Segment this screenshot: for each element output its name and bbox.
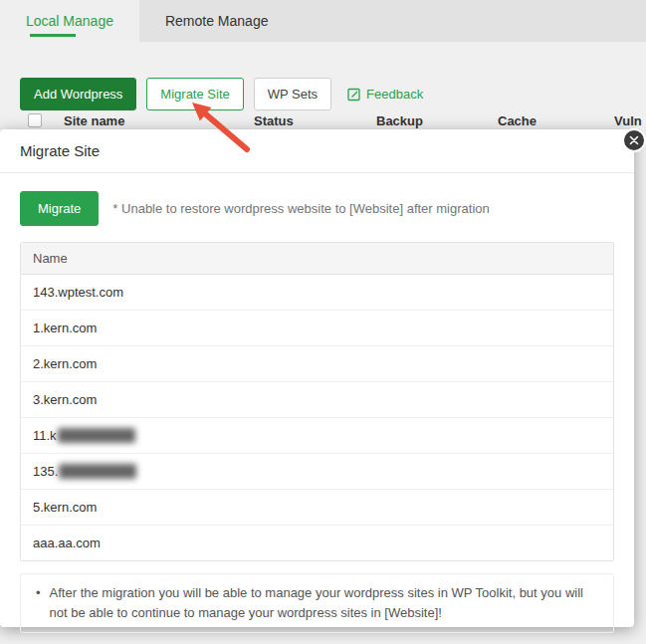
feedback-label: Feedback — [366, 87, 423, 102]
close-icon — [629, 131, 639, 149]
redacted-blur — [58, 428, 135, 443]
site-row[interactable]: 2.kern.com — [21, 346, 613, 382]
column-vuln: Vuln — [614, 113, 642, 128]
migrate-warning-text: * Unable to restore wordpress website to… — [112, 201, 489, 216]
modal-site-table-body: 143.wptest.com1.kern.com2.kern.com3.kern… — [21, 275, 613, 560]
tab-remote-manage-label: Remote Manage — [165, 13, 269, 29]
site-row[interactable]: 11.k — [21, 418, 613, 454]
site-row[interactable]: 1.kern.com — [21, 311, 613, 346]
add-wordpress-button[interactable]: Add Wordpress — [20, 78, 136, 110]
redacted-blur — [59, 464, 136, 479]
site-row[interactable]: aaa.aa.com — [21, 526, 613, 560]
migrate-site-modal: Migrate Site Migrate * Unable to restore… — [0, 129, 634, 627]
site-name: 135. — [33, 464, 58, 479]
site-row[interactable]: 143.wptest.com — [21, 275, 613, 311]
close-button[interactable] — [622, 128, 646, 152]
site-name: 5.kern.com — [33, 500, 97, 515]
tab-remote-manage[interactable]: Remote Manage — [139, 0, 295, 42]
site-row[interactable]: 135. — [21, 454, 613, 490]
column-cache: Cache — [498, 113, 537, 128]
column-status: Status — [254, 113, 294, 128]
site-row[interactable]: 3.kern.com — [21, 382, 613, 418]
site-name: 11.k — [33, 428, 57, 443]
column-backup: Backup — [376, 113, 423, 128]
site-name: 1.kern.com — [33, 321, 97, 335]
migration-note: • After the migration you will be able t… — [20, 573, 614, 633]
modal-body: Migrate * Unable to restore wordpress we… — [0, 173, 634, 644]
modal-site-table: Name 143.wptest.com1.kern.com2.kern.com3… — [20, 242, 614, 561]
migration-note-text: After the migration you will be able to … — [50, 583, 599, 623]
tab-bar: Local Manage Remote Manage — [0, 0, 646, 42]
modal-title: Migrate Site — [0, 129, 634, 173]
migrate-action-row: Migrate * Unable to restore wordpress we… — [20, 191, 614, 226]
note-bullet: • — [36, 583, 41, 623]
toolbar: Add Wordpress Migrate Site WP Sets Feedb… — [0, 42, 646, 110]
column-site-name: Site name — [64, 113, 124, 128]
modal-table-header: Name — [21, 243, 613, 275]
feedback-icon — [347, 88, 361, 102]
site-name: 143.wptest.com — [33, 285, 123, 300]
migrate-button[interactable]: Migrate — [20, 191, 99, 226]
active-tab-underline — [30, 34, 76, 37]
wp-sets-button[interactable]: WP Sets — [254, 78, 331, 110]
migrate-site-button[interactable]: Migrate Site — [146, 78, 243, 110]
select-all-checkbox[interactable] — [28, 113, 42, 127]
feedback-link[interactable]: Feedback — [347, 87, 423, 102]
tab-local-manage-label: Local Manage — [26, 13, 113, 29]
site-name: 2.kern.com — [33, 356, 97, 371]
site-name: 3.kern.com — [33, 392, 97, 407]
tab-local-manage[interactable]: Local Manage — [0, 0, 139, 42]
site-name: aaa.aa.com — [33, 536, 101, 550]
site-row[interactable]: 5.kern.com — [21, 490, 613, 526]
